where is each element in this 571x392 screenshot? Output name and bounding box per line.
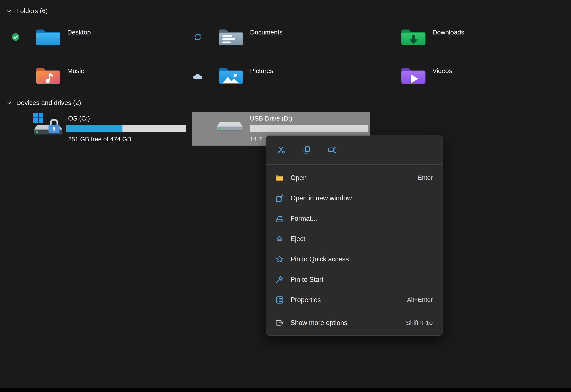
drive-capacity-used: [66, 125, 122, 132]
menu-item-pin-to-quick-access[interactable]: Pin to Quick access: [266, 249, 443, 269]
folder-label: Pictures: [250, 67, 273, 74]
eject-icon: [275, 234, 284, 243]
new-window-icon: [275, 194, 284, 203]
sync-pending-icon: [193, 32, 202, 42]
drive-tile-os-c[interactable]: OS (C:) 251 GB free of 474 GB: [30, 112, 209, 146]
chevron-down-icon: [6, 99, 13, 106]
show-more-options-icon: [275, 318, 284, 327]
drive-free-space-text: 251 GB free of 474 GB: [68, 136, 131, 143]
documents-folder-icon: [218, 27, 244, 48]
folder-tile-music[interactable]: Music: [35, 66, 84, 86]
screen-bottom-edge: [0, 388, 571, 392]
menu-item-open-in-new-window[interactable]: Open in new window: [266, 188, 443, 208]
menu-item-show-more-options[interactable]: Show more options Shift+F10: [266, 310, 443, 336]
menu-item-open[interactable]: Open Enter: [266, 168, 443, 188]
chevron-down-icon: [6, 7, 13, 14]
drive-capacity-bar: [66, 125, 186, 132]
folder-tile-documents[interactable]: Documents: [218, 27, 283, 48]
cut-button[interactable]: [274, 143, 288, 157]
menu-shortcut: Enter: [418, 174, 433, 181]
sync-complete-icon: [11, 32, 20, 42]
star-icon: [275, 255, 284, 264]
open-folder-icon: [275, 173, 284, 182]
properties-icon: [275, 295, 284, 304]
usb-drive-icon: [216, 119, 244, 136]
folder-tile-videos[interactable]: Videos: [400, 66, 452, 86]
context-menu-items: Open Enter Open in new window: [266, 165, 443, 310]
devices-section-header[interactable]: Devices and drives (2): [6, 98, 81, 108]
devices-section-title: Devices and drives (2): [16, 99, 81, 106]
menu-item-properties[interactable]: Properties Alt+Enter: [266, 290, 443, 310]
menu-item-pin-to-start[interactable]: Pin to Start: [266, 269, 443, 290]
rename-button[interactable]: [325, 143, 339, 157]
music-folder-icon: [35, 66, 61, 86]
cut-icon: [277, 145, 286, 155]
folder-label: Downloads: [432, 29, 464, 36]
format-drive-icon: [275, 214, 284, 223]
menu-shortcut: Alt+Enter: [407, 296, 433, 303]
folder-tile-desktop[interactable]: Desktop: [35, 27, 91, 48]
folder-label: Desktop: [67, 29, 91, 36]
file-explorer-items-view: Folders (6): [0, 0, 571, 392]
folders-section-header[interactable]: Folders (6): [6, 6, 48, 16]
context-menu-quick-actions: [266, 136, 443, 164]
folder-label: Documents: [250, 29, 283, 36]
menu-shortcut: Shift+F10: [406, 320, 433, 326]
downloads-folder-icon: [400, 27, 427, 48]
pictures-folder-icon: [218, 66, 244, 86]
videos-folder-icon: [400, 66, 427, 86]
pin-icon: [275, 275, 284, 284]
folder-label: Music: [67, 67, 84, 74]
copy-icon: [302, 145, 311, 155]
menu-item-format[interactable]: Format...: [266, 208, 443, 229]
rename-icon: [328, 145, 337, 155]
folder-tile-pictures[interactable]: Pictures: [218, 66, 273, 86]
system-drive-icon: [32, 112, 64, 138]
copy-button[interactable]: [300, 143, 314, 157]
drive-capacity-bar: [250, 125, 368, 132]
folders-section-title: Folders (6): [16, 7, 48, 14]
drive-free-space-text: 14.7: [250, 136, 262, 143]
folder-tile-downloads[interactable]: Downloads: [400, 27, 464, 48]
menu-item-eject[interactable]: Eject: [266, 229, 443, 249]
cloud-status-icon: [192, 72, 203, 81]
drive-label: OS (C:): [68, 115, 90, 122]
drive-label: USB Drive (D:): [250, 115, 292, 122]
folder-label: Videos: [432, 67, 452, 74]
context-menu: Open Enter Open in new window: [266, 136, 443, 336]
desktop-folder-icon: [35, 27, 61, 48]
